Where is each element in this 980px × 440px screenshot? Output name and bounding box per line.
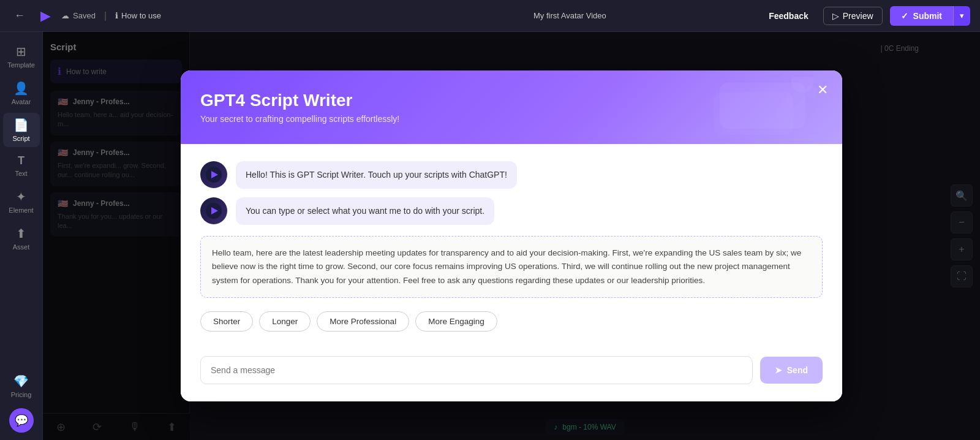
- submit-group: ✓ Submit ▾: [890, 6, 970, 26]
- sidebar-bottom: 💎 Pricing 💬: [3, 369, 40, 433]
- how-to-use-link[interactable]: ℹ How to use: [115, 11, 161, 20]
- submit-dropdown-button[interactable]: ▾: [953, 6, 970, 26]
- longer-button[interactable]: Longer: [259, 311, 311, 332]
- sidebar-item-label: Avatar: [12, 98, 31, 105]
- preview-button[interactable]: ▷ Preview: [823, 7, 883, 25]
- bot-avatar-1: [200, 197, 227, 224]
- chat-message-1: You can type or select what you want me …: [200, 197, 823, 225]
- template-icon: ⊞: [16, 44, 26, 59]
- chat-message-0: Hello! This is GPT Script Writer. Touch …: [200, 161, 823, 189]
- modal-overlay: GPT4 Script Writer Your secret to crafti…: [43, 32, 980, 440]
- sidebar-item-pricing[interactable]: 💎 Pricing: [3, 369, 40, 403]
- sidebar-item-label: Asset: [13, 243, 30, 251]
- script-content-box: Hello team, here are the latest leadersh…: [200, 236, 823, 298]
- bot-message-0: Hello! This is GPT Script Writer. Touch …: [236, 161, 517, 189]
- quick-actions: Shorter Longer More Professional More En…: [200, 311, 823, 332]
- sidebar-item-label: Script: [12, 135, 29, 142]
- more-professional-button[interactable]: More Professional: [317, 311, 409, 332]
- topbar-center: My first Avatar Video: [386, 11, 755, 20]
- sidebar-item-text[interactable]: T Text: [3, 150, 40, 182]
- modal-header: GPT4 Script Writer Your secret to crafti…: [181, 70, 842, 144]
- sidebar-item-template[interactable]: ⊞ Template: [3, 39, 40, 74]
- sidebar-item-label: Pricing: [11, 391, 32, 398]
- bot-avatar: [200, 161, 227, 188]
- more-engaging-button[interactable]: More Engaging: [415, 311, 497, 332]
- saved-label: ☁ Saved: [61, 11, 96, 20]
- text-icon: T: [18, 154, 24, 167]
- chat-area: Hello! This is GPT Script Writer. Touch …: [200, 161, 823, 332]
- info-icon: ℹ: [115, 11, 118, 20]
- send-icon: ➤: [775, 365, 782, 375]
- pricing-icon: 💎: [13, 374, 29, 389]
- sidebar-item-asset[interactable]: ⬆ Asset: [3, 221, 40, 256]
- sidebar: ⊞ Template 👤 Avatar 📄 Script T Text ✦ El…: [0, 32, 43, 440]
- modal-close-button[interactable]: ✕: [813, 80, 832, 100]
- svg-rect-1: [714, 92, 793, 135]
- sidebar-item-script[interactable]: 📄 Script: [3, 113, 40, 147]
- shorter-button[interactable]: Shorter: [200, 311, 253, 332]
- submit-button[interactable]: ✓ Submit: [890, 6, 953, 26]
- sidebar-item-label: Element: [9, 207, 33, 214]
- back-button[interactable]: ←: [10, 6, 29, 26]
- message-input[interactable]: [200, 356, 753, 384]
- script-icon: 📄: [13, 118, 29, 132]
- avatar-icon: 👤: [13, 81, 29, 96]
- cloud-icon: ☁: [61, 11, 69, 20]
- topbar: ← ▶ ☁ Saved | ℹ How to use My first Avat…: [0, 0, 980, 32]
- topbar-left: ← ▶ ☁ Saved | ℹ How to use: [10, 6, 379, 26]
- chat-icon: 💬: [15, 414, 28, 427]
- sidebar-item-label: Text: [15, 170, 27, 177]
- sidebar-item-element[interactable]: ✦ Element: [3, 184, 40, 219]
- gpt-script-writer-modal: GPT4 Script Writer Your secret to crafti…: [181, 70, 842, 401]
- element-icon: ✦: [16, 189, 26, 204]
- input-row: ➤ Send: [200, 356, 823, 384]
- modal-body: Hello! This is GPT Script Writer. Touch …: [181, 144, 842, 401]
- feedback-button[interactable]: Feedback: [761, 7, 816, 25]
- asset-icon: ⬆: [16, 226, 26, 241]
- send-button[interactable]: ➤ Send: [760, 357, 823, 384]
- bot-message-1: You can type or select what you want me …: [236, 197, 494, 225]
- modal-header-art: [707, 77, 818, 148]
- chat-bubble-button[interactable]: 💬: [9, 408, 34, 433]
- preview-icon: ▷: [832, 11, 839, 21]
- topbar-right: Feedback ▷ Preview ✓ Submit ▾: [761, 6, 970, 26]
- logo-icon[interactable]: ▶: [36, 6, 55, 26]
- project-name: My first Avatar Video: [533, 11, 606, 20]
- sidebar-item-avatar[interactable]: 👤 Avatar: [3, 76, 40, 110]
- check-icon: ✓: [901, 11, 908, 21]
- sidebar-item-label: Template: [7, 61, 35, 69]
